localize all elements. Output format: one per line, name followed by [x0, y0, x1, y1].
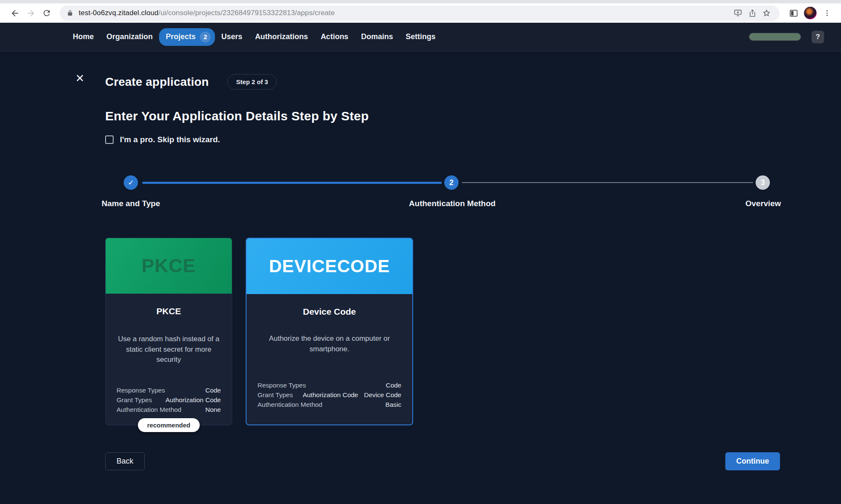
side-panel-icon[interactable]	[785, 5, 801, 21]
browser-toolbar: test-0o6zvq.zitadel.cloud/ui/console/pro…	[0, 3, 841, 23]
nav-item-organization[interactable]: Organization	[100, 29, 159, 45]
create-app-wizard: ✕ Create application Step 2 of 3 Enter Y…	[0, 51, 841, 504]
spec-row: Grant Types Authorization Code Device Co…	[257, 390, 401, 400]
spec-key: Authentication Method	[257, 400, 322, 409]
check-icon: ✓	[128, 178, 134, 187]
url-text: test-0o6zvq.zitadel.cloud/ui/console/pro…	[79, 9, 335, 17]
nav-item-authorizations[interactable]: Authorizations	[249, 29, 314, 45]
pkce-card-specs: Response Types Code Grant Types Authoriz…	[117, 385, 221, 414]
spec-value: Code	[205, 385, 221, 395]
spec-row: Authentication Method Basic	[257, 400, 401, 409]
pkce-banner: PKCE	[106, 238, 232, 294]
page-title: Create application	[105, 75, 209, 89]
step-label-overview: Overview	[745, 199, 781, 208]
url-domain: test-0o6zvq.zitadel.cloud	[79, 9, 159, 17]
nav-item-users[interactable]: Users	[215, 29, 249, 45]
pkce-method-card[interactable]: PKCE PKCE Use a random hash instead of a…	[105, 238, 232, 425]
spec-key: Response Types	[257, 380, 306, 390]
nav-item-settings[interactable]: Settings	[399, 29, 442, 45]
device-code-card-specs: Response Types Code Grant Types Authoriz…	[257, 380, 401, 409]
auth-method-cards: PKCE PKCE Use a random hash instead of a…	[105, 238, 780, 425]
spec-key: Authentication Method	[117, 405, 181, 414]
recommended-badge: recommended	[138, 418, 200, 432]
skip-wizard-row[interactable]: I'm a pro. Skip this wizard.	[105, 135, 780, 144]
pkce-card-body: PKCE Use a random hash instead of a stat…	[106, 294, 232, 414]
window-top-strip	[0, 0, 841, 3]
spec-row: Authentication Method None	[117, 405, 221, 414]
nav-item-home[interactable]: Home	[66, 29, 100, 45]
pkce-banner-text: PKCE	[141, 255, 196, 277]
step-circle-authentication-method: 2	[444, 175, 459, 190]
skip-wizard-label: I'm a pro. Skip this wizard.	[120, 135, 220, 144]
device-code-card-body: Device Code Authorize the device on a co…	[247, 294, 412, 409]
spec-value: Basic	[385, 400, 401, 409]
spec-row: Grant Types Authorization Code	[117, 395, 221, 405]
wizard-heading: Enter Your Application Details Step by S…	[105, 109, 780, 123]
stepper-line-upcoming	[462, 182, 753, 183]
browser-profile-avatar[interactable]	[804, 7, 817, 19]
wizard-footer: Back Continue	[105, 452, 780, 470]
spec-key: Grant Types	[257, 390, 293, 400]
device-code-method-card[interactable]: DEVICECODE Device Code Authorize the dev…	[246, 238, 413, 425]
continue-button[interactable]: Continue	[725, 452, 780, 470]
help-button[interactable]: ?	[812, 31, 824, 43]
wizard-stepper: ✓ 2 3 Name and Type Authentication Metho…	[105, 169, 780, 212]
nav-item-projects-label: Projects	[166, 32, 196, 41]
console-navbar: Home Organization Projects 2 Users Autho…	[0, 23, 841, 51]
pkce-card-title: PKCE	[117, 306, 221, 316]
device-code-banner: DEVICECODE	[247, 239, 412, 294]
bookmark-star-icon[interactable]	[759, 6, 774, 20]
close-icon[interactable]: ✕	[72, 70, 88, 87]
spec-key: Grant Types	[117, 395, 152, 405]
spec-key: Response Types	[117, 385, 165, 395]
reload-icon[interactable]	[39, 5, 55, 21]
projects-count-badge: 2	[200, 32, 211, 42]
address-bar[interactable]: test-0o6zvq.zitadel.cloud/ui/console/pro…	[60, 5, 780, 21]
lock-icon	[66, 10, 74, 17]
forward-icon[interactable]	[23, 5, 39, 21]
back-icon[interactable]	[7, 5, 23, 21]
step-indicator-badge: Step 2 of 3	[227, 74, 277, 90]
spec-value: Authorization Code	[302, 390, 358, 400]
pkce-card-description: Use a random hash instead of a static cl…	[117, 334, 221, 365]
stepper-line-done	[142, 182, 442, 184]
wizard-title-row: ✕ Create application Step 2 of 3	[105, 51, 780, 90]
step-label-name-and-type: Name and Type	[101, 199, 160, 208]
install-icon[interactable]	[731, 6, 745, 20]
skip-wizard-checkbox[interactable]	[105, 135, 114, 144]
nav-item-domains[interactable]: Domains	[355, 29, 399, 45]
spec-value: None	[205, 405, 221, 414]
spec-value: Authorization Code	[165, 395, 221, 405]
spec-row: Response Types Code	[117, 385, 221, 395]
spec-row: Response Types Code	[257, 380, 401, 390]
share-icon[interactable]	[745, 6, 759, 20]
org-context-skeleton	[749, 33, 801, 40]
step-circle-name-and-type: ✓	[124, 175, 138, 190]
browser-menu-icon[interactable]	[819, 5, 835, 21]
nav-item-actions[interactable]: Actions	[314, 29, 355, 45]
back-button[interactable]: Back	[105, 452, 145, 470]
spec-value: Device Code	[364, 390, 401, 400]
device-code-card-title: Device Code	[257, 307, 401, 317]
zitadel-console-window: test-0o6zvq.zitadel.cloud/ui/console/pro…	[0, 0, 841, 504]
step-circle-overview: 3	[756, 175, 770, 190]
device-code-banner-text: DEVICECODE	[269, 256, 390, 276]
device-code-card-description: Authorize the device on a computer or sm…	[257, 334, 401, 354]
nav-item-projects[interactable]: Projects 2	[159, 28, 215, 46]
step-label-authentication-method: Authentication Method	[409, 199, 496, 208]
url-path: /ui/console/projects/232684979153322813/…	[159, 9, 335, 17]
spec-value: Code	[386, 380, 401, 390]
